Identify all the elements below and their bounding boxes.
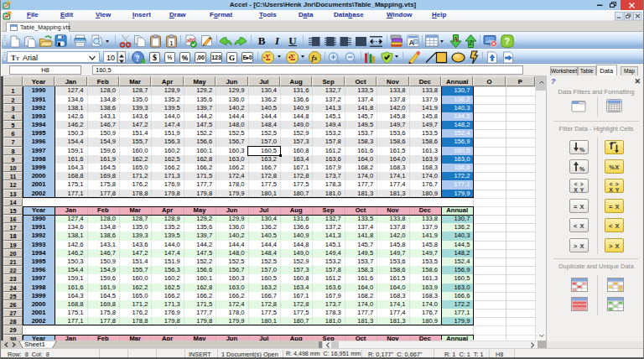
svg-text:?: ? bbox=[505, 36, 510, 46]
svg-text:%: % bbox=[579, 147, 585, 153]
svg-text:fx: fx bbox=[312, 54, 319, 62]
svg-text:1: 1 bbox=[169, 39, 173, 46]
svg-text:A: A bbox=[454, 35, 460, 44]
svg-text:Z: Z bbox=[469, 39, 474, 47]
svg-text:?: ? bbox=[136, 53, 140, 62]
svg-text:%: % bbox=[579, 166, 585, 172]
svg-text:Σ: Σ bbox=[266, 54, 271, 62]
